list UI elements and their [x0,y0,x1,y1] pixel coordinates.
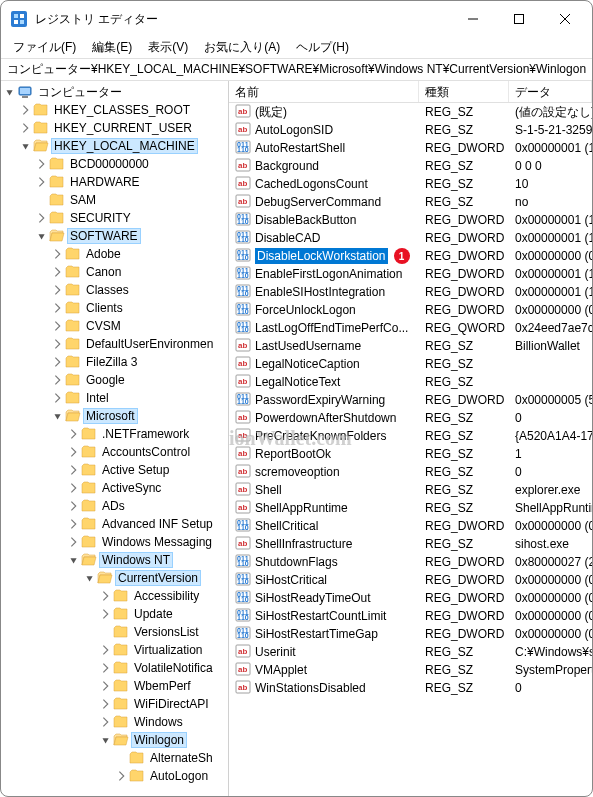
value-row[interactable]: LegalNoticeCaptionREG_SZ [229,355,592,373]
value-row[interactable]: ShellAppRuntimeREG_SZShellAppRuntim [229,499,592,517]
tree-item[interactable]: Winlogon [3,731,228,749]
value-row[interactable]: LegalNoticeTextREG_SZ [229,373,592,391]
menu-file[interactable]: ファイル(F) [5,37,84,58]
tree-item[interactable]: SAM [3,191,228,209]
value-row[interactable]: SiHostRestartTimeGapREG_DWORD0x00000000 … [229,625,592,643]
tree-item[interactable]: WbemPerf [3,677,228,695]
expand-icon[interactable] [99,589,113,603]
address-bar[interactable]: コンピューター¥HKEY_LOCAL_MACHINE¥SOFTWARE¥Micr… [1,59,592,81]
collapse-icon[interactable] [67,553,81,567]
expand-icon[interactable] [35,157,49,171]
tree-item[interactable]: Update [3,605,228,623]
value-row[interactable]: CachedLogonsCountREG_SZ10 [229,175,592,193]
collapse-icon[interactable] [51,409,65,423]
expand-icon[interactable] [51,319,65,333]
tree-item[interactable]: .NETFramework [3,425,228,443]
value-row[interactable]: ShutdownFlagsREG_DWORD0x80000027 (214 [229,553,592,571]
tree-item[interactable]: Google [3,371,228,389]
tree-item[interactable]: HKEY_CLASSES_ROOT [3,101,228,119]
tree-item[interactable]: Virtualization [3,641,228,659]
collapse-icon[interactable] [3,85,17,99]
value-row[interactable]: UserinitREG_SZC:¥Windows¥sys [229,643,592,661]
tree-item[interactable]: CVSM [3,317,228,335]
tree-item[interactable]: FileZilla 3 [3,353,228,371]
expand-icon[interactable] [51,301,65,315]
expand-icon[interactable] [67,445,81,459]
expand-icon[interactable] [51,337,65,351]
value-row[interactable]: ShellInfrastructureREG_SZsihost.exe [229,535,592,553]
column-name[interactable]: 名前 [229,81,419,102]
tree-item[interactable]: WiFiDirectAPI [3,695,228,713]
list-pane[interactable]: 名前 種類 データ (既定)REG_SZ(値の設定なし)AutoLogonSID… [229,81,592,796]
expand-icon[interactable] [67,535,81,549]
collapse-icon[interactable] [19,139,33,153]
expand-icon[interactable] [19,103,33,117]
expand-icon[interactable] [51,373,65,387]
tree-item[interactable]: ActiveSync [3,479,228,497]
expand-icon[interactable] [51,265,65,279]
value-row[interactable]: SiHostReadyTimeOutREG_DWORD0x00000000 (0… [229,589,592,607]
menu-view[interactable]: 表示(V) [140,37,196,58]
tree-item[interactable]: CurrentVersion [3,569,228,587]
tree-item[interactable]: SOFTWARE [3,227,228,245]
value-row[interactable]: LastLogOffEndTimePerfCo...REG_QWORD0x24e… [229,319,592,337]
expand-icon[interactable] [67,427,81,441]
expand-icon[interactable] [35,175,49,189]
tree-item[interactable]: Canon [3,263,228,281]
value-row[interactable]: ShellREG_SZexplorer.exe [229,481,592,499]
expand-icon[interactable] [115,769,129,783]
expand-icon[interactable] [19,121,33,135]
menu-favorites[interactable]: お気に入り(A) [196,37,288,58]
value-row[interactable]: BackgroundREG_SZ0 0 0 [229,157,592,175]
collapse-icon[interactable] [99,733,113,747]
tree-item[interactable]: ADs [3,497,228,515]
tree-item[interactable]: Clients [3,299,228,317]
tree-item[interactable]: Adobe [3,245,228,263]
value-row[interactable]: (既定)REG_SZ(値の設定なし) [229,103,592,121]
collapse-icon[interactable] [35,229,49,243]
maximize-button[interactable] [496,3,542,35]
tree-item[interactable]: AlternateSh [3,749,228,767]
value-row[interactable]: PasswordExpiryWarningREG_DWORD0x00000005… [229,391,592,409]
menu-edit[interactable]: 編集(E) [84,37,140,58]
tree-item[interactable]: Windows NT [3,551,228,569]
value-row[interactable]: EnableFirstLogonAnimationREG_DWORD0x0000… [229,265,592,283]
tree-item[interactable]: コンピューター [3,83,228,101]
value-row[interactable]: VMAppletREG_SZSystemPropertie [229,661,592,679]
expand-icon[interactable] [67,517,81,531]
value-row[interactable]: SiHostRestartCountLimitREG_DWORD0x000000… [229,607,592,625]
expand-icon[interactable] [51,247,65,261]
expand-icon[interactable] [99,715,113,729]
tree-item[interactable]: HKEY_LOCAL_MACHINE [3,137,228,155]
expand-icon[interactable] [99,661,113,675]
value-row[interactable]: scremoveoptionREG_SZ0 [229,463,592,481]
close-button[interactable] [542,3,588,35]
value-row[interactable]: AutoRestartShellREG_DWORD0x00000001 (1) [229,139,592,157]
expand-icon[interactable] [99,607,113,621]
value-row[interactable]: DisableBackButtonREG_DWORD0x00000001 (1) [229,211,592,229]
tree-item[interactable]: AccountsControl [3,443,228,461]
value-row[interactable]: LastUsedUsernameREG_SZBillionWallet [229,337,592,355]
column-data[interactable]: データ [509,81,592,102]
value-row[interactable]: ReportBootOkREG_SZ1 [229,445,592,463]
expand-icon[interactable] [51,283,65,297]
tree-item[interactable]: HARDWARE [3,173,228,191]
value-row[interactable]: DisableLockWorkstation1REG_DWORD0x000000… [229,247,592,265]
value-row[interactable]: ShellCriticalREG_DWORD0x00000000 (0) [229,517,592,535]
expand-icon[interactable] [67,463,81,477]
tree-item[interactable]: HKEY_CURRENT_USER [3,119,228,137]
tree-item[interactable]: Advanced INF Setup [3,515,228,533]
column-type[interactable]: 種類 [419,81,509,102]
expand-icon[interactable] [51,355,65,369]
tree-item[interactable]: Intel [3,389,228,407]
tree-item[interactable]: Microsoft [3,407,228,425]
tree-pane[interactable]: コンピューターHKEY_CLASSES_ROOTHKEY_CURRENT_USE… [1,81,229,796]
expand-icon[interactable] [51,391,65,405]
expand-icon[interactable] [35,211,49,225]
expand-icon[interactable] [99,679,113,693]
tree-item[interactable]: BCD00000000 [3,155,228,173]
tree-item[interactable]: Active Setup [3,461,228,479]
tree-item[interactable]: SECURITY [3,209,228,227]
value-row[interactable]: DebugServerCommandREG_SZno [229,193,592,211]
expand-icon[interactable] [67,499,81,513]
